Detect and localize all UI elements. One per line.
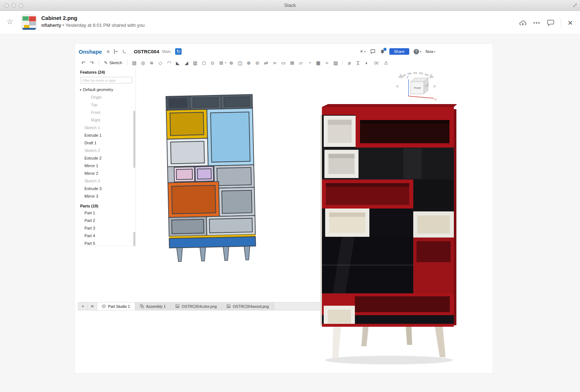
image-icon xyxy=(175,304,179,308)
tree-item-mirror-3[interactable]: Mirror 3 xyxy=(78,193,136,200)
revolve-tool-icon[interactable]: ◎ xyxy=(139,59,147,66)
comment-icon[interactable] xyxy=(547,19,554,26)
help-menu[interactable]: ? ▾ xyxy=(414,49,421,54)
hamburger-menu-icon[interactable]: ≡ xyxy=(107,49,109,54)
notification-badge xyxy=(384,48,386,51)
list-item-part-3[interactable]: Part 3 xyxy=(78,224,136,232)
list-item-part-4[interactable]: Part 4 xyxy=(78,232,136,240)
shell-tool-icon[interactable]: ◻ xyxy=(200,59,208,66)
rotate-left-icon xyxy=(395,84,398,88)
star-button[interactable]: ☆ xyxy=(7,17,13,26)
titlebar[interactable]: Slack xyxy=(0,0,580,11)
tab-part-studio-1[interactable]: Part Studio 1 xyxy=(97,302,135,310)
tab-ostrc004wood-png[interactable]: OSTRC004wood.png xyxy=(222,302,274,310)
appearance-tool-icon[interactable]: ◐ xyxy=(363,59,370,66)
file-preview-image[interactable]: Onshape ≡ OSTRC004 Main ↻ ☀▾ Share xyxy=(75,44,493,374)
share-button[interactable]: Share xyxy=(389,48,409,55)
sketch-button[interactable]: ✎ Sketch xyxy=(104,60,122,65)
tree-item-default-geometry[interactable]: ▾Default geometry xyxy=(78,86,136,94)
download-icon[interactable] xyxy=(519,20,527,26)
linear-pattern-tool-icon[interactable]: ⊞ xyxy=(218,59,225,66)
cad-cabinet-model[interactable] xyxy=(165,94,263,264)
mass-properties-tool-icon[interactable]: Σ xyxy=(354,59,362,66)
close-window-button[interactable] xyxy=(4,3,9,8)
redo-icon[interactable]: ↷ xyxy=(88,59,96,66)
mirror-tool-icon[interactable]: ◫ xyxy=(236,59,244,66)
boolean-tool-icon[interactable]: ⊕ xyxy=(245,59,252,66)
list-item-part-5[interactable]: Part 5 xyxy=(78,240,136,246)
measure-tool-icon[interactable]: ⌀ xyxy=(345,59,353,66)
traffic-lights xyxy=(4,3,23,8)
view-cube[interactable]: Front Right Z X xyxy=(393,67,439,108)
resize-icon[interactable] xyxy=(573,3,577,9)
rib-tool-icon[interactable]: ▥ xyxy=(191,59,199,66)
curve-tool-icon[interactable]: ≈ xyxy=(323,59,331,66)
draft-tool-icon[interactable]: ◢ xyxy=(183,59,190,66)
sync-icon[interactable]: ↻ xyxy=(175,48,182,55)
delete-face-tool-icon[interactable]: ⊠ xyxy=(288,59,296,66)
close-preview-icon[interactable]: × xyxy=(568,18,573,27)
tree-item-draft-1[interactable]: Draft 1 xyxy=(78,139,136,147)
version-tree-icon[interactable] xyxy=(113,49,118,54)
features-scrollbar[interactable] xyxy=(133,111,135,168)
split-tool-icon[interactable]: ⊘ xyxy=(253,59,261,66)
display-settings-icon[interactable]: ☀▾ xyxy=(360,49,366,54)
rendered-cabinet-image xyxy=(320,104,457,367)
user-menu[interactable]: Noa ▾ xyxy=(426,49,435,54)
minimize-window-button[interactable] xyxy=(12,3,16,8)
chamfer-tool-icon[interactable]: ◣ xyxy=(174,59,182,66)
add-tab-button[interactable]: + xyxy=(78,302,88,310)
part-studio-icon xyxy=(102,304,106,308)
circular-pattern-tool-icon[interactable]: ⊛ xyxy=(227,59,235,66)
variables-tool-icon[interactable]: (x) xyxy=(372,59,381,66)
sheet-metal-tool-icon[interactable]: ▦ xyxy=(314,59,322,66)
features-filter-input[interactable] xyxy=(80,77,132,83)
tree-item-extrude-3[interactable]: Extrude 3 xyxy=(78,185,136,193)
tree-item-sketch-1[interactable]: Sketch 1 xyxy=(78,124,136,132)
tree-item-mirror-1[interactable]: Mirror 1 xyxy=(78,162,136,170)
list-item-part-1[interactable]: Part 1 xyxy=(78,209,136,217)
tree-item-sketch-3[interactable]: Sketch 3 xyxy=(78,177,136,185)
tree-item-extrude-2[interactable]: Extrude 2 xyxy=(78,154,136,162)
chevron-down-icon[interactable]: ▾ xyxy=(80,88,82,92)
extrude-tool-icon[interactable]: ▤ xyxy=(130,59,138,66)
replace-face-tool-icon[interactable]: ▱ xyxy=(297,59,304,66)
tree-item-right[interactable]: Right xyxy=(78,116,136,124)
move-face-tool-icon[interactable]: ▭ xyxy=(279,59,287,66)
warning-icon[interactable]: ⚠ xyxy=(382,59,390,66)
tree-item-mirror-2[interactable]: Mirror 2 xyxy=(78,170,136,177)
tab-list-icon[interactable]: ≡ xyxy=(88,302,97,310)
notifications-bell-icon[interactable] xyxy=(380,49,385,54)
tree-item-top[interactable]: Top xyxy=(78,101,136,109)
offset-surface-tool-icon[interactable]: ≍ xyxy=(271,59,278,66)
help-icon: ? xyxy=(414,49,419,54)
parts-list: Part 1 Part 2 Part 3 Part 4 Part 5 xyxy=(78,209,136,246)
sweep-tool-icon[interactable]: ≋ xyxy=(148,59,156,66)
pattern-dropdown-caret[interactable]: ▾ xyxy=(225,61,227,64)
tab-ostrc004color-png[interactable]: OSTRC004color.png xyxy=(171,302,222,310)
tree-item-sketch-2[interactable]: Sketch 2 xyxy=(78,147,136,154)
loft-tool-icon[interactable]: ◇ xyxy=(157,59,164,66)
modify-fillet-tool-icon[interactable]: ◔ xyxy=(306,59,313,66)
file-author[interactable]: nflaherty xyxy=(41,22,61,28)
slack-window: Slack ☆ Cabinet 2.png nflaherty • Yester… xyxy=(0,0,580,392)
file-thumbnail[interactable] xyxy=(21,15,37,30)
transform-tool-icon[interactable]: ⇄ xyxy=(262,59,270,66)
list-item-part-2[interactable]: Part 2 xyxy=(78,217,136,224)
parts-scrollbar[interactable] xyxy=(133,232,135,246)
tab-assembly-1[interactable]: Assembly 1 xyxy=(135,302,171,310)
image-icon xyxy=(227,304,231,308)
surface-tool-icon[interactable]: ▨ xyxy=(332,59,339,66)
comments-icon[interactable] xyxy=(370,49,376,54)
file-header: ☆ Cabinet 2.png nflaherty • Yesterday at… xyxy=(0,11,580,34)
workspace-label[interactable]: Main xyxy=(162,49,171,54)
hole-tool-icon[interactable]: ⊙ xyxy=(209,59,216,66)
undo-icon[interactable]: ↶ xyxy=(79,59,87,66)
zoom-window-button[interactable] xyxy=(19,3,23,8)
tree-item-origin[interactable]: Origin xyxy=(78,94,136,101)
follow-mode-icon[interactable] xyxy=(122,49,127,54)
tree-item-front[interactable]: Front xyxy=(78,109,136,116)
tree-item-extrude-1[interactable]: Extrude 1 xyxy=(78,132,136,139)
more-actions-icon[interactable]: ••• xyxy=(533,20,540,25)
fillet-tool-icon[interactable]: ◠ xyxy=(165,59,173,66)
